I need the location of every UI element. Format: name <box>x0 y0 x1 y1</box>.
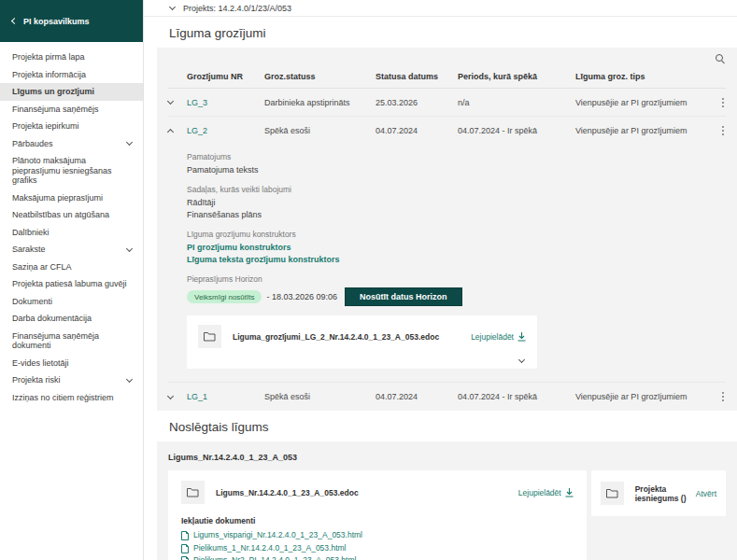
open-link[interactable]: Atvērt <box>696 489 716 498</box>
download-link[interactable]: Lejupielādēt <box>471 332 526 342</box>
sidebar-item-e-vides-lietotaji[interactable]: E-vides lietotāji <box>0 355 143 372</box>
sidebar-item-planoto-maksajuma-grafiks[interactable]: Plānoto maksājuma pieprasījumu iesniegša… <box>0 152 143 189</box>
search-icon[interactable] <box>716 54 726 64</box>
section-item: Finansēšanas plāns <box>187 209 726 221</box>
download-icon <box>517 332 526 342</box>
file-name: Liguma_grozījumi_LG_2_Nr.14.2.4.0_1_23_A… <box>233 332 439 342</box>
justification-text: Pamatojuma teksts <box>187 164 726 176</box>
pi-constructor-link[interactable]: PI grozījumu konstruktors <box>187 242 726 254</box>
sidebar-title: PI kopsavilkums <box>23 17 90 26</box>
project-breadcrumb-bar[interactable]: Projekts: 14.2.4.0/1/23/A/053 <box>144 0 737 17</box>
table-row-lg3: LG_3 Darbinieka apstiprināts 25.03.2026 … <box>168 89 726 117</box>
sidebar-item-projekta-riski[interactable]: Projekta riski <box>0 371 143 389</box>
expand-row-icon[interactable] <box>167 98 174 105</box>
page-title-amendments: Līguma grozījumi <box>169 26 737 40</box>
project-label: Projekts: 14.2.4.0/1/23/A/053 <box>183 4 291 13</box>
col-grozijumu-nr: Grozījumu NR <box>187 72 264 81</box>
contract-text-constructor-link[interactable]: Līguma teksta grozījumu konstruktors <box>187 254 726 266</box>
chevron-down-icon <box>126 376 133 383</box>
table-row-lg2: LG_2 Spēkā esoši 04.07.2024 04.07.2024 -… <box>168 117 726 145</box>
app-window: PI kopsavilkums Projekta pirmā lapa Proj… <box>0 0 737 560</box>
col-groz-statuss: Groz.statuss <box>264 72 376 81</box>
sidebar-item-dalibnieki[interactable]: Dalībnieki <box>0 224 143 242</box>
sidebar-item-projekta-iepirkumi[interactable]: Projekta iepirkumi <box>0 118 143 135</box>
included-file-link[interactable]: Pielikums_Nr2_PI_14.2.4.0_1_23_A_053.htm… <box>181 556 574 560</box>
application-name: Projekta iesniegums () <box>635 484 696 503</box>
section-item: Rādītāji <box>187 197 726 209</box>
sidebar-nav: Projekta pirmā lapa Projekta informācija… <box>0 42 143 406</box>
chevron-down-icon <box>169 4 176 10</box>
main-content: Projekts: 14.2.4.0/1/23/A/053 Līguma gro… <box>144 0 737 560</box>
document-icon <box>181 544 189 553</box>
amendments-panel: Grozījumu NR Groz.statuss Statusa datums… <box>157 48 737 411</box>
row-menu-icon[interactable] <box>720 124 726 137</box>
horizon-request-label: Pieprasījums Horizon <box>187 274 726 284</box>
file-name: Ligums_Nr.14.2.4.0_1_23_A_053.edoc <box>216 488 359 497</box>
justification-label: Pamatojums <box>187 152 726 161</box>
col-periods: Periods, kurā spēkā <box>458 72 575 81</box>
document-icon <box>181 531 189 540</box>
document-icon <box>181 556 189 560</box>
status-badge: Veiksmīgi nosūtīts <box>187 290 262 303</box>
sidebar-item-izzinas[interactable]: Izziņas no citiem reģistriem <box>0 389 143 407</box>
contract-panel-title: Ligums_Nr.14.2.4.0_1_23_A_053 <box>168 453 726 462</box>
download-link[interactable]: Lejupielādēt <box>518 488 574 497</box>
card-collapse-icon[interactable] <box>518 357 525 363</box>
amendment-link[interactable]: LG_1 <box>187 392 264 401</box>
row-menu-icon[interactable] <box>720 96 726 109</box>
collapse-row-icon[interactable] <box>167 128 174 134</box>
chevron-down-icon <box>126 245 133 252</box>
contract-panel: Ligums_Nr.14.2.4.0_1_23_A_053 Ligums_Nr.… <box>157 441 737 560</box>
sidebar-back-header[interactable]: PI kopsavilkums <box>0 0 143 42</box>
row-menu-icon[interactable] <box>720 390 726 403</box>
sidebar-item-fs-dokumenti[interactable]: Finansējuma saņēmēja dokumenti <box>0 328 143 355</box>
amendment-link[interactable]: LG_2 <box>187 126 264 135</box>
page-title-contract: Noslēgtais līgums <box>169 420 737 434</box>
download-icon <box>565 488 574 497</box>
sidebar-item-sazina-ar-cfla[interactable]: Saziņa ar CFLA <box>0 259 143 276</box>
folder-icon <box>181 481 205 504</box>
included-documents-label: Iekļautie dokumenti <box>181 516 574 525</box>
col-statusa-datums: Statusa datums <box>376 72 458 81</box>
sidebar-item-ligums-un-grozijumi[interactable]: Līgums un grozījumi <box>0 83 143 101</box>
sidebar-item-projekta-informacija[interactable]: Projekta informācija <box>0 66 143 84</box>
amendment-link[interactable]: LG_3 <box>187 98 264 107</box>
folder-icon <box>601 482 624 505</box>
contract-file-card: Ligums_Nr.14.2.4.0_1_23_A_053.edoc Lejup… <box>168 470 587 560</box>
sidebar-item-neatbilstibas[interactable]: Neatbilstības un atgūšana <box>0 206 143 224</box>
amendments-table-header: Grozījumu NR Groz.statuss Statusa datums… <box>168 64 726 89</box>
table-row-lg1: LG_1 Spēkā esoši 04.07.2024 04.07.2024 -… <box>168 383 726 411</box>
expand-row-icon[interactable] <box>167 392 174 399</box>
sidebar-item-maksajuma-pieprasijumi[interactable]: Maksājuma pieprasījumi <box>0 189 143 207</box>
included-file-link[interactable]: Ligums_visparigi_Nr.14.2.4.0_1_23_A_053.… <box>181 531 574 540</box>
project-application-card: Projekta iesniegums () Atvērt <box>591 470 726 516</box>
sidebar-item-projekta-pirma-lapa[interactable]: Projekta pirmā lapa <box>0 49 143 66</box>
back-icon <box>11 18 18 24</box>
sidebar-item-parbaudes[interactable]: Pārbaudes <box>0 135 143 153</box>
sidebar-item-sarakste[interactable]: Sarakste <box>0 241 143 259</box>
horizon-timestamp: - 18.03.2026 09:06 <box>266 292 337 301</box>
included-file-link[interactable]: Pielikums_1_Nr.14.2.4.0_1_23_A_053.html <box>181 544 574 553</box>
chevron-down-icon <box>126 139 133 146</box>
col-groz-tips: Līguma groz. tips <box>575 72 707 81</box>
sections-label: Sadaļas, kurās veikti labojumi <box>187 185 726 194</box>
sidebar-item-dokumenti[interactable]: Dokumenti <box>0 293 143 311</box>
constructor-label: Līguma grozījumu konstruktors <box>187 230 726 239</box>
folder-icon <box>198 325 221 348</box>
amendment-detail-lg2: Pamatojums Pamatojuma teksts Sadaļas, ku… <box>168 145 726 383</box>
sidebar: PI kopsavilkums Projekta pirmā lapa Proj… <box>0 0 144 560</box>
sidebar-item-patiesa-labuma-guveji[interactable]: Projekta patiesā labuma guvēji <box>0 275 143 293</box>
amendment-file-card: Liguma_grozījumi_LG_2_Nr.14.2.4.0_1_23_A… <box>187 315 537 369</box>
sidebar-item-finansejuma-sanemejs[interactable]: Finansējuma saņēmējs <box>0 101 143 119</box>
send-horizon-button[interactable]: Nosūtīt datus Horizon <box>345 287 462 306</box>
sidebar-item-darba-dokumentacija[interactable]: Darba dokumentācija <box>0 310 143 328</box>
